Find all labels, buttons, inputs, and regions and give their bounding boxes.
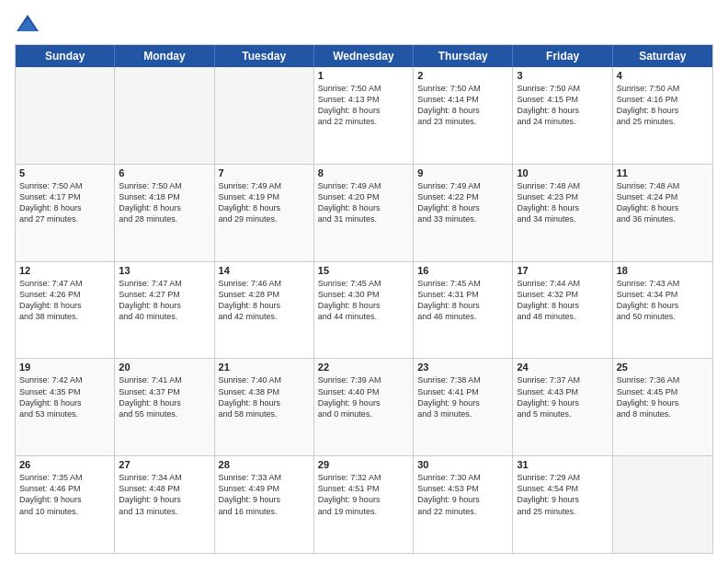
day-number: 4: [617, 70, 709, 81]
day-number: 14: [219, 265, 310, 276]
calendar-cell: 15Sunrise: 7:45 AM Sunset: 4:30 PM Dayli…: [314, 262, 414, 359]
day-number: 18: [617, 265, 709, 276]
calendar-row: 5Sunrise: 7:50 AM Sunset: 4:17 PM Daylig…: [16, 164, 712, 261]
day-number: 13: [119, 265, 210, 276]
cell-text: Sunrise: 7:50 AM Sunset: 4:16 PM Dayligh…: [617, 83, 709, 128]
cell-text: Sunrise: 7:46 AM Sunset: 4:28 PM Dayligh…: [219, 278, 310, 323]
day-number: 12: [19, 265, 110, 276]
cell-text: Sunrise: 7:43 AM Sunset: 4:34 PM Dayligh…: [617, 278, 709, 323]
calendar-cell: 23Sunrise: 7:38 AM Sunset: 4:41 PM Dayli…: [414, 359, 513, 455]
calendar-row: 26Sunrise: 7:35 AM Sunset: 4:46 PM Dayli…: [16, 455, 712, 553]
calendar-cell: 25Sunrise: 7:36 AM Sunset: 4:45 PM Dayli…: [613, 359, 712, 455]
cell-text: Sunrise: 7:35 AM Sunset: 4:46 PM Dayligh…: [19, 472, 110, 517]
calendar-cell: 4Sunrise: 7:50 AM Sunset: 4:16 PM Daylig…: [613, 67, 712, 164]
calendar-cell: 17Sunrise: 7:44 AM Sunset: 4:32 PM Dayli…: [513, 262, 612, 359]
calendar-cell: [215, 67, 314, 164]
calendar-row: 12Sunrise: 7:47 AM Sunset: 4:26 PM Dayli…: [16, 261, 712, 359]
page: SundayMondayTuesdayWednesdayThursdayFrid…: [0, 0, 728, 563]
calendar-cell: 22Sunrise: 7:39 AM Sunset: 4:40 PM Dayli…: [314, 359, 414, 455]
logo-icon: [15, 11, 40, 37]
day-number: 24: [517, 362, 608, 373]
calendar-cell: 2Sunrise: 7:50 AM Sunset: 4:14 PM Daylig…: [414, 67, 513, 164]
day-number: 25: [617, 362, 709, 373]
calendar-header-day: Friday: [513, 45, 612, 67]
day-number: 23: [417, 362, 508, 373]
cell-text: Sunrise: 7:50 AM Sunset: 4:13 PM Dayligh…: [318, 83, 409, 128]
cell-text: Sunrise: 7:33 AM Sunset: 4:49 PM Dayligh…: [219, 472, 310, 517]
calendar-row: 1Sunrise: 7:50 AM Sunset: 4:13 PM Daylig…: [16, 67, 712, 164]
calendar-cell: 3Sunrise: 7:50 AM Sunset: 4:15 PM Daylig…: [513, 67, 612, 164]
calendar-cell: 9Sunrise: 7:49 AM Sunset: 4:22 PM Daylig…: [414, 165, 513, 261]
calendar-body: 1Sunrise: 7:50 AM Sunset: 4:13 PM Daylig…: [16, 67, 712, 553]
calendar-cell: 21Sunrise: 7:40 AM Sunset: 4:38 PM Dayli…: [215, 359, 314, 455]
day-number: 16: [417, 265, 508, 276]
day-number: 30: [417, 459, 508, 470]
day-number: 27: [119, 459, 210, 470]
day-number: 5: [19, 167, 110, 178]
cell-text: Sunrise: 7:40 AM Sunset: 4:38 PM Dayligh…: [219, 374, 310, 419]
day-number: 17: [517, 265, 608, 276]
calendar-cell: 6Sunrise: 7:50 AM Sunset: 4:18 PM Daylig…: [115, 165, 214, 261]
calendar-cell: 31Sunrise: 7:29 AM Sunset: 4:54 PM Dayli…: [513, 456, 612, 553]
calendar-header-day: Tuesday: [215, 45, 314, 67]
calendar-cell: 7Sunrise: 7:49 AM Sunset: 4:19 PM Daylig…: [215, 165, 314, 261]
calendar-cell: 13Sunrise: 7:47 AM Sunset: 4:27 PM Dayli…: [115, 262, 214, 359]
cell-text: Sunrise: 7:48 AM Sunset: 4:24 PM Dayligh…: [617, 180, 709, 225]
calendar-cell: [115, 67, 214, 164]
cell-text: Sunrise: 7:47 AM Sunset: 4:27 PM Dayligh…: [119, 278, 210, 323]
cell-text: Sunrise: 7:44 AM Sunset: 4:32 PM Dayligh…: [517, 278, 608, 323]
calendar-cell: 12Sunrise: 7:47 AM Sunset: 4:26 PM Dayli…: [16, 262, 115, 359]
calendar-cell: [16, 67, 115, 164]
calendar-header-day: Thursday: [414, 45, 513, 67]
cell-text: Sunrise: 7:42 AM Sunset: 4:35 PM Dayligh…: [19, 374, 110, 419]
calendar-cell: 5Sunrise: 7:50 AM Sunset: 4:17 PM Daylig…: [16, 165, 115, 261]
calendar-cell: 8Sunrise: 7:49 AM Sunset: 4:20 PM Daylig…: [314, 165, 414, 261]
cell-text: Sunrise: 7:47 AM Sunset: 4:26 PM Dayligh…: [19, 278, 110, 323]
cell-text: Sunrise: 7:32 AM Sunset: 4:51 PM Dayligh…: [318, 472, 409, 517]
cell-text: Sunrise: 7:50 AM Sunset: 4:18 PM Dayligh…: [119, 180, 210, 225]
day-number: 6: [119, 167, 210, 178]
calendar-cell: 30Sunrise: 7:30 AM Sunset: 4:53 PM Dayli…: [414, 456, 513, 553]
calendar: SundayMondayTuesdayWednesdayThursdayFrid…: [15, 44, 713, 554]
day-number: 21: [219, 362, 310, 373]
day-number: 1: [318, 70, 409, 81]
cell-text: Sunrise: 7:41 AM Sunset: 4:37 PM Dayligh…: [119, 374, 210, 419]
cell-text: Sunrise: 7:49 AM Sunset: 4:19 PM Dayligh…: [219, 180, 310, 225]
day-number: 26: [19, 459, 110, 470]
day-number: 8: [318, 167, 409, 178]
cell-text: Sunrise: 7:34 AM Sunset: 4:48 PM Dayligh…: [119, 472, 210, 517]
calendar-cell: 24Sunrise: 7:37 AM Sunset: 4:43 PM Dayli…: [513, 359, 612, 455]
cell-text: Sunrise: 7:50 AM Sunset: 4:17 PM Dayligh…: [19, 180, 110, 225]
cell-text: Sunrise: 7:49 AM Sunset: 4:20 PM Dayligh…: [318, 180, 409, 225]
day-number: 9: [417, 167, 508, 178]
calendar-cell: 19Sunrise: 7:42 AM Sunset: 4:35 PM Dayli…: [16, 359, 115, 455]
cell-text: Sunrise: 7:49 AM Sunset: 4:22 PM Dayligh…: [417, 180, 508, 225]
header: [15, 11, 713, 37]
calendar-cell: 20Sunrise: 7:41 AM Sunset: 4:37 PM Dayli…: [115, 359, 214, 455]
logo: [15, 11, 44, 37]
calendar-cell: 29Sunrise: 7:32 AM Sunset: 4:51 PM Dayli…: [314, 456, 414, 553]
calendar-cell: 1Sunrise: 7:50 AM Sunset: 4:13 PM Daylig…: [314, 67, 414, 164]
calendar-cell: 10Sunrise: 7:48 AM Sunset: 4:23 PM Dayli…: [513, 165, 612, 261]
calendar-cell: 28Sunrise: 7:33 AM Sunset: 4:49 PM Dayli…: [215, 456, 314, 553]
calendar-cell: 14Sunrise: 7:46 AM Sunset: 4:28 PM Dayli…: [215, 262, 314, 359]
day-number: 2: [417, 70, 508, 81]
day-number: 10: [517, 167, 608, 178]
day-number: 3: [517, 70, 608, 81]
cell-text: Sunrise: 7:36 AM Sunset: 4:45 PM Dayligh…: [617, 374, 709, 419]
day-number: 11: [617, 167, 709, 178]
day-number: 19: [19, 362, 110, 373]
cell-text: Sunrise: 7:50 AM Sunset: 4:14 PM Dayligh…: [417, 83, 508, 128]
day-number: 15: [318, 265, 409, 276]
cell-text: Sunrise: 7:50 AM Sunset: 4:15 PM Dayligh…: [517, 83, 608, 128]
cell-text: Sunrise: 7:30 AM Sunset: 4:53 PM Dayligh…: [417, 472, 508, 517]
calendar-cell: 26Sunrise: 7:35 AM Sunset: 4:46 PM Dayli…: [16, 456, 115, 553]
calendar-row: 19Sunrise: 7:42 AM Sunset: 4:35 PM Dayli…: [16, 358, 712, 455]
cell-text: Sunrise: 7:37 AM Sunset: 4:43 PM Dayligh…: [517, 374, 608, 419]
cell-text: Sunrise: 7:39 AM Sunset: 4:40 PM Dayligh…: [318, 374, 409, 419]
cell-text: Sunrise: 7:48 AM Sunset: 4:23 PM Dayligh…: [517, 180, 608, 225]
calendar-cell: [613, 456, 712, 553]
cell-text: Sunrise: 7:29 AM Sunset: 4:54 PM Dayligh…: [517, 472, 608, 517]
cell-text: Sunrise: 7:45 AM Sunset: 4:31 PM Dayligh…: [417, 278, 508, 323]
calendar-cell: 18Sunrise: 7:43 AM Sunset: 4:34 PM Dayli…: [613, 262, 712, 359]
